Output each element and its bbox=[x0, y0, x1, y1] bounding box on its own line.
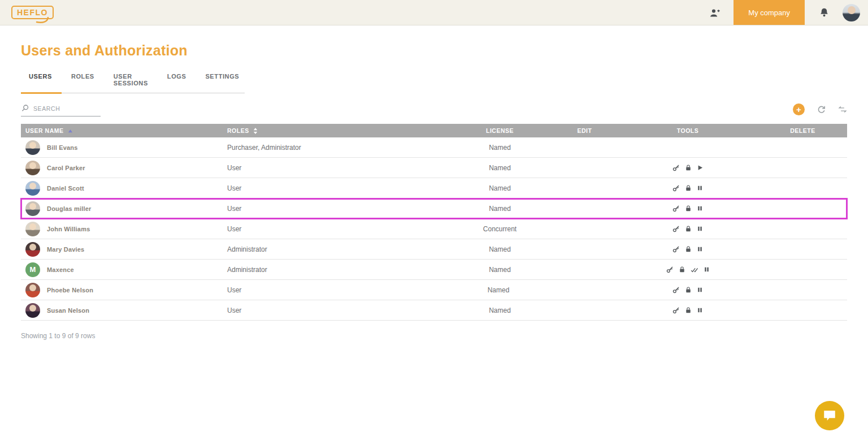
notifications-button[interactable] bbox=[819, 7, 829, 18]
column-user-name[interactable]: USER NAME bbox=[21, 127, 227, 134]
profile-avatar[interactable] bbox=[843, 4, 860, 21]
license-cell: Named bbox=[448, 286, 552, 294]
column-roles[interactable]: ROLES bbox=[227, 127, 448, 134]
tab-logs[interactable]: LOGS bbox=[158, 68, 196, 94]
pause-icon[interactable] bbox=[697, 245, 703, 253]
heflo-logo[interactable]: HEFLO bbox=[11, 6, 54, 19]
tab-settings[interactable]: SETTINGS bbox=[196, 68, 249, 94]
user-name-cell: Douglas miller bbox=[21, 201, 227, 216]
license-value: Named bbox=[488, 286, 510, 294]
refresh-icon bbox=[817, 105, 826, 114]
tools-cell bbox=[617, 286, 758, 293]
bell-icon bbox=[819, 7, 829, 18]
license-cell: Named bbox=[448, 205, 552, 213]
user-name: Bill Evans bbox=[47, 144, 78, 151]
roles-cell: User bbox=[227, 225, 448, 233]
add-user-icon[interactable] bbox=[709, 8, 721, 18]
key-icon[interactable] bbox=[672, 184, 680, 192]
key-icon[interactable] bbox=[672, 164, 680, 171]
lock-icon[interactable] bbox=[679, 266, 685, 273]
my-company-button[interactable]: My company bbox=[734, 0, 805, 25]
avatar bbox=[25, 242, 40, 257]
key-icon[interactable] bbox=[672, 205, 680, 212]
table-header: USER NAME ROLES LICENSE EDIT TOOLS DELET… bbox=[21, 124, 847, 137]
pause-icon[interactable] bbox=[697, 286, 703, 293]
table-controls: + bbox=[21, 103, 847, 116]
tab-user-sessions[interactable]: USER SESSIONS bbox=[104, 68, 158, 94]
license-value: Concurrent bbox=[483, 225, 517, 233]
play-icon[interactable] bbox=[697, 164, 704, 171]
search-box bbox=[21, 104, 101, 116]
avatar bbox=[25, 222, 40, 236]
lock-icon[interactable] bbox=[685, 205, 692, 212]
avatar: M bbox=[25, 262, 40, 277]
pause-icon[interactable] bbox=[697, 184, 703, 192]
tab-users[interactable]: USERS bbox=[21, 68, 62, 94]
license-value: Named bbox=[489, 266, 511, 274]
avatar bbox=[25, 303, 40, 318]
user-name-cell: Carol Parker bbox=[21, 161, 227, 175]
tools-cell bbox=[617, 245, 758, 253]
logo-tail bbox=[36, 17, 50, 24]
lock-icon[interactable] bbox=[685, 307, 692, 314]
tab-roles[interactable]: ROLES bbox=[62, 68, 104, 94]
tools-cell bbox=[617, 225, 758, 232]
table-row: Phoebe Nelson User Named bbox=[21, 280, 847, 300]
lock-icon[interactable] bbox=[685, 225, 692, 232]
sort-both-icon bbox=[253, 128, 258, 134]
avatar bbox=[25, 181, 40, 196]
key-icon[interactable] bbox=[672, 307, 680, 314]
pause-icon[interactable] bbox=[697, 225, 703, 232]
roles-cell: Administrator bbox=[227, 266, 448, 274]
sort-asc-icon bbox=[68, 129, 73, 133]
key-icon[interactable] bbox=[672, 286, 680, 293]
column-license: LICENSE bbox=[448, 127, 552, 134]
roles-cell: User bbox=[227, 286, 448, 294]
refresh-button[interactable] bbox=[817, 105, 826, 114]
avatar bbox=[25, 161, 40, 175]
user-name: Daniel Scott bbox=[47, 185, 84, 192]
license-cell: Concurrent bbox=[448, 225, 552, 233]
logo-text: HEFLO bbox=[17, 8, 48, 17]
search-input[interactable] bbox=[33, 105, 101, 112]
transfer-button[interactable] bbox=[838, 105, 847, 114]
lock-icon[interactable] bbox=[685, 184, 692, 192]
roles-cell: User bbox=[227, 184, 448, 192]
pause-icon[interactable] bbox=[697, 307, 703, 314]
user-name: Phoebe Nelson bbox=[47, 287, 93, 293]
main-content: Users and Authorization USERS ROLES USER… bbox=[0, 42, 868, 340]
key-icon[interactable] bbox=[672, 225, 680, 232]
user-name: Douglas miller bbox=[47, 205, 92, 212]
roles-cell: User bbox=[227, 164, 448, 172]
user-name: Mary Davies bbox=[47, 246, 84, 253]
chat-bubble-icon bbox=[822, 409, 837, 422]
license-cell: Named bbox=[448, 144, 552, 152]
add-user-button[interactable]: + bbox=[793, 103, 805, 115]
chat-button[interactable] bbox=[815, 401, 844, 430]
transfer-icon bbox=[838, 105, 847, 114]
lock-icon[interactable] bbox=[685, 245, 692, 253]
topbar: HEFLO My company bbox=[0, 0, 868, 25]
lock-icon[interactable] bbox=[685, 164, 692, 171]
license-cell: Named bbox=[448, 184, 552, 192]
pause-icon[interactable] bbox=[704, 266, 710, 273]
key-icon[interactable] bbox=[666, 266, 674, 273]
license-value: Named bbox=[489, 144, 511, 152]
user-name-cell: Susan Nelson bbox=[21, 303, 227, 318]
search-icon bbox=[21, 104, 29, 113]
key-icon[interactable] bbox=[672, 245, 680, 253]
toolbar: + bbox=[793, 103, 847, 116]
license-value: Named bbox=[489, 164, 511, 172]
avatar bbox=[25, 283, 40, 297]
lock-icon[interactable] bbox=[685, 286, 692, 293]
user-name-cell: M Maxence bbox=[21, 262, 227, 277]
tools-cell bbox=[617, 205, 758, 212]
user-name-cell: Phoebe Nelson bbox=[21, 283, 227, 297]
pause-icon[interactable] bbox=[697, 205, 703, 212]
rows-summary: Showing 1 to 9 of 9 rows bbox=[21, 332, 847, 340]
license-cell: Named bbox=[448, 245, 552, 253]
roles-cell: User bbox=[227, 205, 448, 213]
license-cell: Named bbox=[448, 266, 552, 274]
double-check-icon[interactable] bbox=[691, 266, 698, 273]
user-name: John Williams bbox=[47, 226, 90, 232]
